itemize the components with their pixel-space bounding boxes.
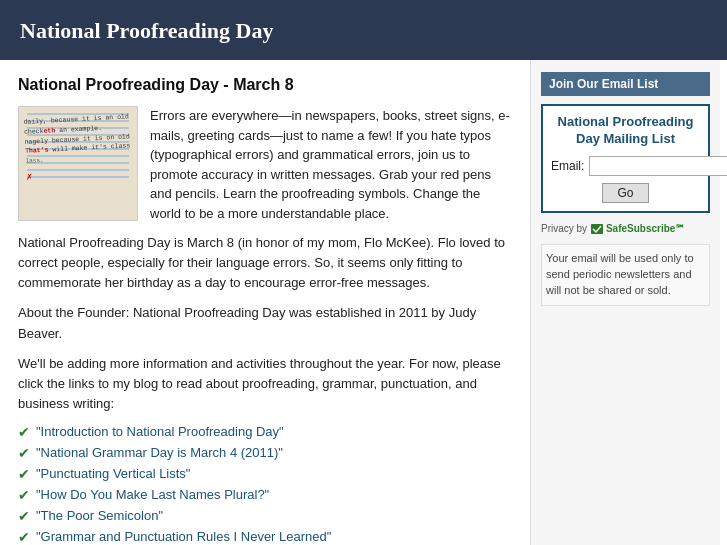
checkmark-icon: ✔ (18, 466, 30, 482)
page-title: National Proofreading Day - March 8 (18, 76, 512, 94)
checkmark-icon: ✔ (18, 529, 30, 545)
sidebar-section-title: Join Our Email List (541, 72, 710, 96)
list-item: ✔ "Grammar and Punctuation Rules I Never… (18, 529, 512, 545)
svg-rect-0 (591, 224, 603, 234)
privacy-row: Privacy by SafeSubscribe℠ (541, 223, 710, 234)
intro-block: daily, because it is an oldchecketh an e… (18, 106, 512, 223)
link-grammar-rules[interactable]: "Grammar and Punctuation Rules I Never L… (36, 529, 331, 544)
privacy-label: Privacy by (541, 223, 587, 234)
checkmark-icon: ✔ (18, 445, 30, 461)
email-input[interactable] (589, 156, 727, 176)
link-semicolon[interactable]: "The Poor Semicolon" (36, 508, 163, 523)
page-header: National Proofreading Day (0, 0, 727, 60)
list-item: ✔ "National Grammar Day is March 4 (2011… (18, 445, 512, 461)
list-item: ✔ "Introduction to National Proofreading… (18, 424, 512, 440)
about-paragraph: About the Founder: National Proofreading… (18, 303, 512, 343)
safe-subscribe-icon (591, 224, 603, 234)
email-row: Email: (551, 156, 700, 176)
second-paragraph: National Proofreading Day is March 8 (in… (18, 233, 512, 293)
sidebar-note: Your email will be used only to send per… (541, 244, 710, 306)
content-area: National Proofreading Day - March 8 dail (0, 60, 530, 545)
list-item: ✔ "The Poor Semicolon" (18, 508, 512, 524)
list-item: ✔ "How Do You Make Last Names Plural?" (18, 487, 512, 503)
go-button[interactable]: Go (602, 183, 648, 203)
email-box-title: National Proofreading Day Mailing List (551, 114, 700, 148)
checkmark-icon: ✔ (18, 424, 30, 440)
link-last-names[interactable]: "How Do You Make Last Names Plural?" (36, 487, 269, 502)
safe-subscribe-label: SafeSubscribe℠ (591, 223, 685, 234)
links-section: ✔ "Introduction to National Proofreading… (18, 424, 512, 545)
activities-paragraph: We'll be adding more information and act… (18, 354, 512, 414)
email-label: Email: (551, 159, 584, 173)
link-grammar-day[interactable]: "National Grammar Day is March 4 (2011)" (36, 445, 283, 460)
list-item: ✔ "Punctuating Vertical Lists" (18, 466, 512, 482)
site-title: National Proofreading Day (20, 18, 707, 44)
checkmark-icon: ✔ (18, 487, 30, 503)
link-vertical-lists[interactable]: "Punctuating Vertical Lists" (36, 466, 190, 481)
main-layout: National Proofreading Day - March 8 dail (0, 60, 727, 545)
checkmark-icon: ✔ (18, 508, 30, 524)
notebook-text: daily, because it is an oldchecketh an e… (23, 112, 134, 184)
link-intro[interactable]: "Introduction to National Proofreading D… (36, 424, 284, 439)
intro-text: Errors are everywhere—in newspapers, boo… (150, 106, 512, 223)
notebook-image: daily, because it is an oldchecketh an e… (18, 106, 138, 221)
email-signup-box: National Proofreading Day Mailing List E… (541, 104, 710, 213)
sidebar: Join Our Email List National Proofreadin… (530, 60, 720, 545)
